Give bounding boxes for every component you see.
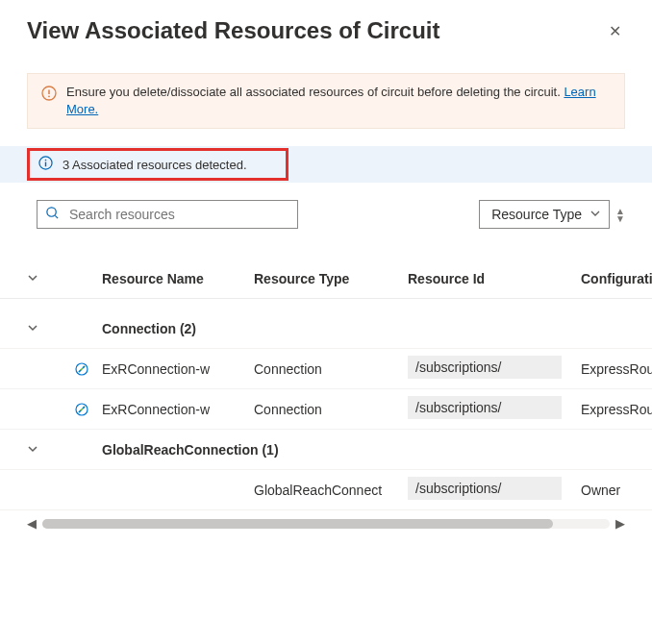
col-resource-name[interactable]: Resource Name xyxy=(102,271,254,286)
table-row[interactable]: ExRConnection-w Connection /subscription… xyxy=(0,349,652,389)
cell-id[interactable]: /subscriptions/ xyxy=(408,356,562,379)
horizontal-scrollbar[interactable]: ◀ ▶ xyxy=(0,510,652,531)
svg-point-2 xyxy=(48,95,50,97)
warning-text: Ensure you delete/dissociate all associa… xyxy=(66,84,611,118)
resource-type-filter[interactable]: Resource Type xyxy=(479,200,610,229)
table-row[interactable]: GlobalReachConnect /subscriptions/ Owner xyxy=(0,470,652,510)
cell-id[interactable]: /subscriptions/ xyxy=(408,477,562,500)
connection-icon xyxy=(62,402,102,417)
search-icon xyxy=(45,206,60,223)
filter-label: Resource Type xyxy=(491,207,582,222)
sort-down-icon: ▼ xyxy=(615,215,625,222)
search-box[interactable] xyxy=(37,200,298,229)
info-text: 3 Associated resources detected. xyxy=(63,158,247,172)
chevron-down-icon xyxy=(589,207,601,222)
panel-title: View Associated Resources of Circuit xyxy=(27,17,439,44)
cell-type: Connection xyxy=(254,361,408,377)
scroll-thumb[interactable] xyxy=(42,519,553,529)
cell-type: Connection xyxy=(254,402,408,417)
cell-name: ExRConnection-w xyxy=(102,402,254,417)
col-configuration[interactable]: Configuration xyxy=(581,271,652,286)
group-name: GlobalReachConnection (1) xyxy=(102,442,652,458)
expand-all-toggle[interactable] xyxy=(27,271,62,286)
svg-line-7 xyxy=(55,216,58,219)
cell-config: ExpressRoute xyxy=(581,361,652,377)
sort-toggle[interactable]: ▲ ▼ xyxy=(615,208,625,222)
group-header[interactable]: GlobalReachConnection (1) xyxy=(0,430,652,470)
cell-config: ExpressRoute xyxy=(581,402,652,417)
info-icon xyxy=(38,156,53,173)
connection-icon xyxy=(62,361,102,377)
warning-icon xyxy=(41,86,57,106)
resources-table: Resource Name Resource Type Resource Id … xyxy=(0,271,652,531)
group-header[interactable]: Connection (2) xyxy=(0,309,652,349)
cell-id[interactable]: /subscriptions/ xyxy=(408,396,562,419)
cell-name: ExRConnection-w xyxy=(102,361,254,377)
chevron-down-icon xyxy=(27,442,62,458)
col-resource-type[interactable]: Resource Type xyxy=(254,271,408,286)
svg-point-4 xyxy=(45,160,47,161)
info-bar: 3 Associated resources detected. xyxy=(0,146,652,183)
search-input[interactable] xyxy=(69,207,289,222)
table-row[interactable]: ExRConnection-w Connection /subscription… xyxy=(0,389,652,430)
col-resource-id[interactable]: Resource Id xyxy=(408,271,581,286)
warning-banner: Ensure you delete/dissociate all associa… xyxy=(27,73,625,129)
svg-point-6 xyxy=(47,208,56,216)
cell-type: GlobalReachConnect xyxy=(254,483,408,498)
group-name: Connection (2) xyxy=(102,321,652,336)
chevron-down-icon xyxy=(27,321,62,336)
scroll-track[interactable] xyxy=(42,519,610,529)
scroll-left-icon[interactable]: ◀ xyxy=(27,516,37,531)
close-icon[interactable]: ✕ xyxy=(605,18,625,44)
cell-config: Owner xyxy=(581,483,652,498)
scroll-right-icon[interactable]: ▶ xyxy=(615,516,625,531)
